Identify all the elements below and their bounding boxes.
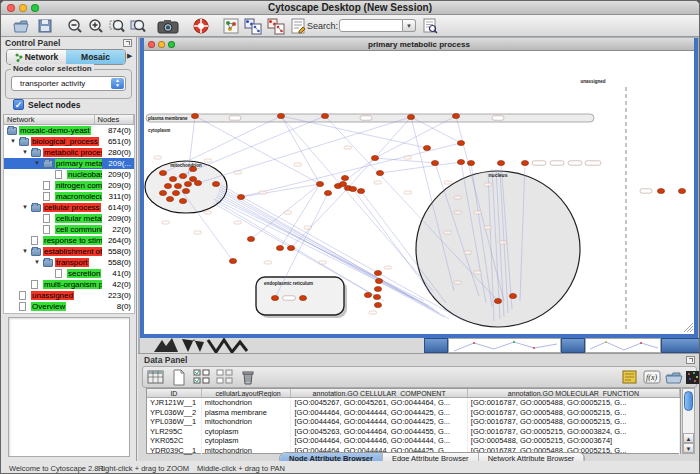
- scroll-down-icon[interactable]: ▼: [683, 443, 694, 453]
- net-minimize-button[interactable]: [158, 41, 165, 48]
- network-node[interactable]: [341, 175, 348, 180]
- network-canvas[interactable]: plasma membranecytoplasmmitochondrionnuc…: [144, 51, 694, 334]
- tree-row[interactable]: macromolecule311(0): [4, 191, 134, 202]
- tab-mosaic[interactable]: Mosaic: [66, 50, 125, 64]
- tab-network[interactable]: Network: [7, 50, 66, 64]
- table-row[interactable]: YKR052Ccytoplasm[GO:0044464, GO:0044446,…: [147, 436, 680, 446]
- background-window-thumbnail[interactable]: [448, 338, 561, 353]
- table-cell[interactable]: YJR121W__1: [147, 398, 202, 408]
- tree-row-label[interactable]: Overview: [31, 302, 66, 311]
- network-node[interactable]: [364, 292, 371, 297]
- network-node[interactable]: [174, 183, 181, 188]
- table-cell[interactable]: [GO:0045263, GO:0044464, GO:0044455, G..…: [291, 427, 467, 437]
- network-node[interactable]: [316, 181, 323, 186]
- tree-row[interactable]: secretion41(0): [4, 268, 134, 279]
- vizmapper-lifering-icon[interactable]: [193, 18, 210, 34]
- search-dropdown-button[interactable]: ▼: [403, 19, 416, 32]
- tree-row-label[interactable]: cell communicat: [55, 225, 102, 234]
- tree-row-label[interactable]: establishment of lo: [43, 247, 102, 256]
- tree-row[interactable]: cell communicat22(0): [4, 224, 134, 235]
- network-node[interactable]: [164, 183, 171, 188]
- import-attributes-icon[interactable]: [665, 369, 683, 386]
- network-node[interactable]: [287, 245, 294, 250]
- network-node[interactable]: [271, 295, 278, 300]
- table-cell[interactable]: [GO:0044464, GO:0044444, GO:0044425, G..…: [291, 408, 467, 418]
- minimize-button[interactable]: [19, 4, 27, 12]
- annotations-icon[interactable]: [290, 18, 307, 34]
- attribute-map-icon[interactable]: [686, 369, 700, 386]
- network-node[interactable]: [194, 180, 201, 185]
- open-file-icon[interactable]: [13, 18, 30, 34]
- network-node[interactable]: [457, 140, 464, 145]
- tree-row[interactable]: Overview8(0): [4, 301, 134, 312]
- zoom-button[interactable]: [31, 4, 39, 12]
- network-graph[interactable]: plasma membranecytoplasmmitochondrionnuc…: [144, 51, 694, 334]
- tree-expand-icon[interactable]: ▼: [22, 248, 28, 254]
- table-cell[interactable]: [GO:0044464, GO:0044444, GO:0044425, G..…: [291, 417, 467, 427]
- tree-row-label[interactable]: nitrogen compo: [55, 181, 102, 190]
- data-panel-float-icon[interactable]: [686, 356, 695, 364]
- tree-row[interactable]: ▼primary metabo209(...: [4, 158, 134, 169]
- table-cell[interactable]: YLR295C: [147, 427, 202, 437]
- close-button[interactable]: [7, 4, 15, 12]
- network-node[interactable]: [376, 170, 383, 175]
- tree-row-label[interactable]: cellular process: [43, 203, 101, 212]
- table-cell[interactable]: [GO:0044464, GO:0044446, GO:0044444, G..…: [291, 436, 467, 446]
- network-node[interactable]: [159, 170, 166, 175]
- tree-expand-icon[interactable]: ▼: [34, 160, 40, 166]
- network-node[interactable]: [373, 294, 380, 299]
- zoom-fit-icon[interactable]: [109, 18, 126, 34]
- background-window-fragment[interactable]: [661, 338, 700, 353]
- table-cell[interactable]: YPL036W__2: [147, 408, 202, 418]
- network-node[interactable]: [678, 188, 685, 193]
- network-edge[interactable]: [291, 188, 348, 248]
- new-attribute-icon[interactable]: [170, 369, 188, 386]
- network-node[interactable]: [191, 113, 198, 118]
- select-attributes-icon[interactable]: [193, 369, 211, 386]
- zoom-out-icon[interactable]: [67, 18, 84, 34]
- search-options-icon[interactable]: [422, 18, 439, 34]
- tree-row-label[interactable]: biological_process: [31, 137, 99, 146]
- tree-row-label[interactable]: primary metabo: [55, 159, 102, 168]
- network-node[interactable]: [172, 190, 179, 195]
- function-builder-icon[interactable]: f(x): [643, 369, 661, 386]
- control-panel-float-icon[interactable]: [123, 39, 132, 47]
- delete-attribute-icon[interactable]: [239, 369, 257, 386]
- table-cell[interactable]: mitochondrion: [202, 446, 292, 456]
- tree-row-label[interactable]: secretion: [67, 269, 101, 278]
- tree-row[interactable]: cellular metabo209(0): [4, 213, 134, 224]
- tree-expand-icon[interactable]: ▼: [22, 149, 28, 155]
- tree-row-label[interactable]: nucleobase-: [67, 170, 102, 179]
- table-cell[interactable]: YDR039C__1: [147, 446, 202, 456]
- column-header[interactable]: annotation.GO MOLECULAR_FUNCTION: [468, 389, 680, 397]
- attribute-matrix-icon[interactable]: [147, 369, 165, 386]
- table-cell[interactable]: [GO:0016787, GO:0005488, GO:0005215, G..…: [468, 417, 680, 427]
- network-node[interactable]: [179, 173, 186, 178]
- network-node[interactable]: [457, 159, 464, 164]
- tree-row[interactable]: nucleobase-209(0): [4, 169, 134, 180]
- copy-layout-blue-icon[interactable]: [244, 18, 261, 34]
- tree-row-label[interactable]: metabolic process: [43, 148, 102, 157]
- save-icon[interactable]: [37, 18, 54, 34]
- birdseye-view-panel[interactable]: [8, 317, 130, 457]
- search-input[interactable]: [339, 19, 403, 32]
- network-node[interactable]: [431, 160, 438, 165]
- tree-expand-icon[interactable]: ▼: [34, 259, 40, 265]
- unselect-attributes-icon[interactable]: [216, 369, 234, 386]
- tree-row[interactable]: ▼biological_process651(0): [4, 136, 134, 147]
- network-edge[interactable]: [281, 116, 433, 291]
- tree-row[interactable]: multi-organism pro42(0): [4, 279, 134, 290]
- scroll-up-icon[interactable]: ▲: [683, 433, 694, 443]
- background-window-fragment[interactable]: [424, 338, 448, 353]
- table-row[interactable]: YPL036W__2plasma membrane[GO:0044464, GO…: [147, 408, 680, 418]
- region-mitochondrion[interactable]: [145, 161, 227, 213]
- tree-row-label[interactable]: multi-organism pro: [43, 280, 102, 289]
- tree-row-label[interactable]: response to stimulu: [43, 236, 102, 245]
- network-node[interactable]: [371, 155, 378, 160]
- network-node[interactable]: [521, 160, 528, 165]
- network-node[interactable]: [276, 245, 283, 250]
- network-edge[interactable]: [241, 184, 320, 197]
- table-row[interactable]: YPL036W__1mitochondrion[GO:0044464, GO:0…: [147, 417, 680, 427]
- column-header[interactable]: ID: [147, 389, 202, 397]
- background-window-thumbnail[interactable]: [585, 338, 661, 353]
